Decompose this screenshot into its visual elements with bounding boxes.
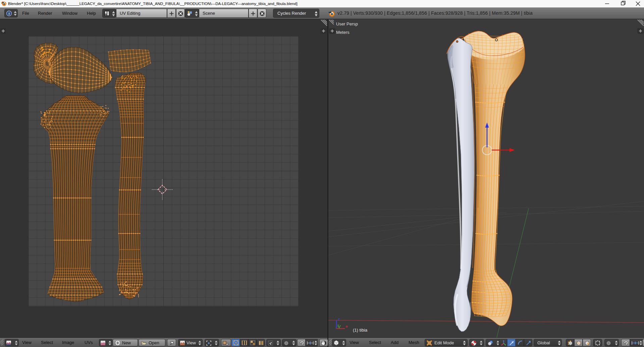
svg-text:z: z	[338, 317, 340, 321]
svg-text:y: y	[337, 323, 339, 327]
svg-text:i: i	[8, 11, 9, 15]
